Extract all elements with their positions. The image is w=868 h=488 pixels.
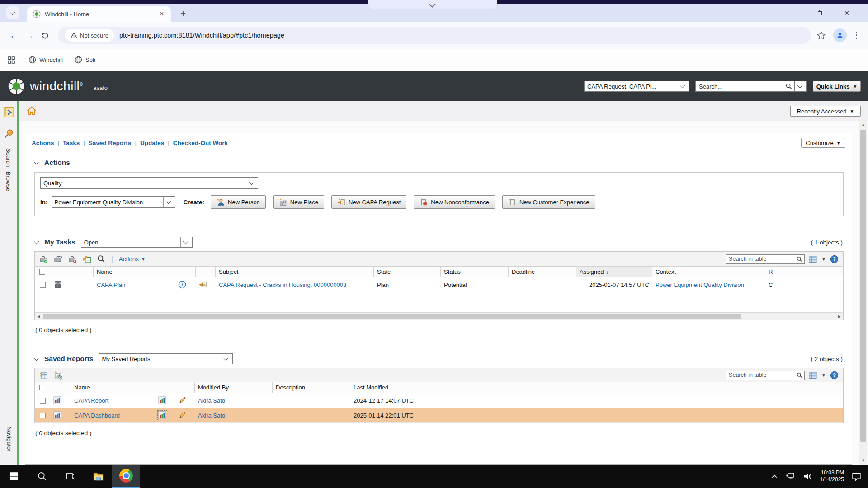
search-type-select[interactable]: CAPA Request, CAPA Pl...: [584, 81, 689, 92]
tab-updates[interactable]: Updates: [140, 140, 164, 146]
tasks-filter-select[interactable]: Open: [81, 237, 193, 248]
task-context-link[interactable]: Power Equipment Quality Division: [656, 282, 744, 288]
global-search-input[interactable]: [695, 81, 783, 92]
row-checkbox[interactable]: [40, 398, 46, 404]
context-select[interactable]: Power Equipment Quality Division: [52, 196, 175, 208]
report-modified-by-link[interactable]: Akira Sato: [198, 397, 225, 404]
new-customer-experience-button[interactable]: New Customer Experience: [502, 195, 595, 209]
view-options-caret-icon[interactable]: ▼: [821, 373, 826, 378]
profile-avatar[interactable]: [833, 28, 847, 42]
column-subject-icon[interactable]: [196, 267, 216, 277]
collapse-icon[interactable]: [34, 356, 39, 361]
export-to-excel-icon[interactable]: [83, 255, 91, 263]
task-row[interactable]: CAPA Plan i CAPA Request - Cracks in Hou…: [35, 277, 843, 292]
column-modified-by[interactable]: Modified By: [195, 382, 273, 393]
row-checkbox[interactable]: [40, 413, 46, 418]
release-task-icon[interactable]: [68, 255, 77, 263]
tab-actions[interactable]: Actions: [32, 140, 54, 146]
column-subject[interactable]: Subject: [216, 267, 374, 277]
select-all-checkbox[interactable]: [39, 269, 45, 275]
accept-task-icon[interactable]: [39, 255, 48, 263]
table-view-options-icon[interactable]: [809, 371, 817, 379]
view-report-icon[interactable]: [158, 396, 166, 404]
chrome-taskbar-button[interactable]: [112, 465, 140, 488]
edit-report-icon[interactable]: [178, 411, 186, 419]
forward-button[interactable]: →: [22, 28, 37, 43]
home-button[interactable]: [26, 105, 37, 116]
collapse-icon[interactable]: [34, 239, 39, 244]
view-options-caret-icon[interactable]: ▼: [821, 257, 826, 262]
column-report-icon[interactable]: [155, 382, 175, 393]
new-report-icon[interactable]: [54, 371, 62, 380]
volume-icon[interactable]: [803, 472, 813, 481]
scrollbar-thumb[interactable]: [860, 130, 866, 442]
column-type[interactable]: [50, 267, 75, 277]
row-checkbox[interactable]: [40, 282, 46, 288]
screen-share-pill[interactable]: [368, 0, 497, 9]
taskbar-clock[interactable]: 10:03 PM 1/14/2025: [820, 469, 844, 483]
tab-checked-out-work[interactable]: Checked-Out Work: [173, 140, 228, 146]
customize-button[interactable]: Customize▼: [801, 138, 845, 148]
select-dropdown-icon[interactable]: [677, 81, 689, 91]
category-select[interactable]: Quality: [40, 177, 258, 189]
tray-expand-icon[interactable]: [770, 472, 778, 480]
column-status[interactable]: Status: [441, 267, 509, 277]
task-subject-link[interactable]: CAPA Request - Cracks in Housing, 000000…: [219, 282, 346, 288]
horizontal-scrollbar[interactable]: ◀ ▶: [35, 312, 843, 320]
refresh-report-icon[interactable]: [39, 371, 48, 380]
help-icon[interactable]: ?: [830, 255, 839, 263]
search-options-button[interactable]: [795, 81, 807, 92]
column-last-modified[interactable]: Last Modified: [350, 382, 454, 393]
search-submit-button[interactable]: [783, 81, 795, 92]
task-name-link[interactable]: CAPA Plan: [97, 282, 125, 288]
search-in-table-button[interactable]: [794, 371, 805, 380]
scroll-up-icon[interactable]: ▲: [859, 121, 867, 129]
action-center-icon[interactable]: [851, 472, 862, 481]
page-scrollbar[interactable]: ▲ ▼: [859, 121, 867, 465]
column-edit-icon[interactable]: [175, 382, 195, 393]
select-dropdown-icon[interactable]: [163, 197, 175, 207]
scroll-right-icon[interactable]: ▶: [835, 314, 843, 319]
report-name-link[interactable]: CAPA Report: [74, 397, 108, 404]
recently-accessed-button[interactable]: Recently Accessed▼: [790, 106, 861, 117]
reload-button[interactable]: [37, 28, 52, 43]
start-button[interactable]: [0, 465, 28, 488]
column-name[interactable]: Name: [94, 267, 175, 277]
focused-cell[interactable]: [158, 411, 166, 419]
window-close-button[interactable]: ×: [834, 4, 860, 22]
browser-tab[interactable]: Windchill - Home ×: [27, 6, 171, 22]
info-icon[interactable]: i: [178, 281, 186, 289]
task-view-button[interactable]: [56, 465, 84, 488]
window-minimize-button[interactable]: [781, 4, 807, 22]
tab-saved-reports[interactable]: Saved Reports: [89, 140, 132, 146]
column-type[interactable]: [50, 382, 71, 393]
scrollbar-thumb[interactable]: [43, 314, 741, 319]
new-place-button[interactable]: New Place: [273, 195, 324, 209]
select-dropdown-icon[interactable]: [180, 237, 192, 247]
column-state[interactable]: State: [374, 267, 441, 277]
column-blank[interactable]: [75, 267, 94, 277]
edit-report-icon[interactable]: [178, 396, 186, 404]
search-in-table-input[interactable]: [726, 371, 794, 380]
table-view-options-icon[interactable]: [809, 255, 817, 263]
scroll-down-icon[interactable]: ▼: [859, 457, 867, 465]
reassign-task-icon[interactable]: [54, 255, 62, 263]
tab-tasks[interactable]: Tasks: [63, 140, 80, 146]
collapse-icon[interactable]: [34, 160, 39, 164]
browser-menu-icon[interactable]: [854, 30, 859, 41]
new-capa-request-button[interactable]: New CAPA Request: [331, 195, 406, 209]
sidebar-search-browse-tab[interactable]: Search | Browse: [5, 148, 12, 191]
new-person-button[interactable]: New Person: [211, 195, 266, 209]
taskbar-search-button[interactable]: [28, 465, 56, 488]
quick-links-button[interactable]: Quick Links▼: [813, 81, 861, 92]
security-chip[interactable]: Not secure: [65, 29, 114, 42]
new-tab-button[interactable]: +: [177, 8, 189, 20]
file-explorer-button[interactable]: [84, 465, 112, 488]
expand-navigator-button[interactable]: [3, 107, 14, 118]
saved-reports-filter-select[interactable]: My Saved Reports: [99, 353, 233, 364]
new-nonconformance-button[interactable]: New Nonconformance: [414, 195, 495, 209]
report-row[interactable]: CAPA Report Akira Sato 2024-12-17 14:07 …: [35, 393, 843, 408]
address-bar[interactable]: Not secure ptc-training.ptc.com:8181/Win…: [58, 27, 811, 44]
column-assigned[interactable]: Assigned↓: [576, 267, 652, 277]
select-all-checkbox[interactable]: [39, 385, 45, 390]
